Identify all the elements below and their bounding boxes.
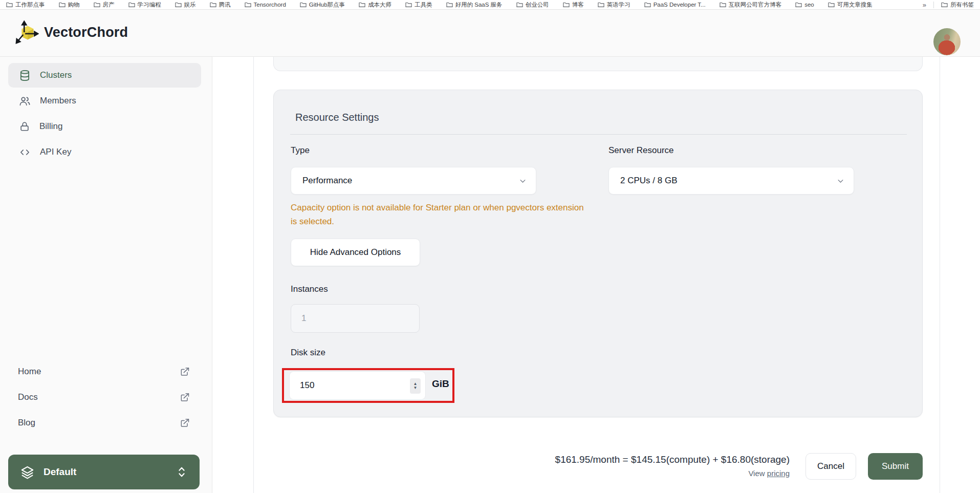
folder-icon bbox=[359, 2, 365, 8]
folder-icon bbox=[405, 2, 412, 8]
server-resource-select-value: 2 CPUs / 8 GB bbox=[620, 176, 677, 186]
bookmark-item[interactable]: 博客 bbox=[563, 1, 584, 9]
number-stepper[interactable]: ▲▼ bbox=[410, 378, 421, 394]
database-icon bbox=[19, 70, 31, 81]
previous-card-partial bbox=[273, 57, 923, 71]
sidebar-item-label: Billing bbox=[39, 121, 62, 132]
bookmark-label: 创业公司 bbox=[526, 1, 549, 9]
bookmark-item[interactable]: 可用文章搜集 bbox=[828, 1, 873, 9]
folder-icon bbox=[941, 2, 948, 8]
resource-settings-card: Resource Settings Type Server Resource P… bbox=[273, 90, 923, 417]
sidebar-item-label: API Key bbox=[40, 147, 71, 157]
bookmark-label: 工作那点事 bbox=[15, 1, 45, 9]
bookmark-item[interactable]: 互联网公司官方博客 bbox=[720, 1, 782, 9]
bookmark-label: 娱乐 bbox=[184, 1, 196, 9]
bookmark-item[interactable]: GitHub那点事 bbox=[300, 1, 345, 9]
bookmark-item[interactable]: 购物 bbox=[59, 1, 80, 9]
folder-icon bbox=[128, 2, 135, 8]
sidebar-item-clusters[interactable]: Clusters bbox=[8, 63, 201, 88]
folder-icon bbox=[828, 2, 835, 8]
project-switcher[interactable]: Default bbox=[8, 455, 200, 489]
bookmark-item[interactable]: 创业公司 bbox=[516, 1, 549, 9]
disk-size-label: Disk size bbox=[291, 348, 325, 358]
users-icon bbox=[19, 95, 31, 107]
app-logo[interactable]: VectorChord bbox=[15, 20, 128, 45]
bookmark-item[interactable]: seo bbox=[795, 1, 814, 9]
bookmark-item[interactable]: 英语学习 bbox=[598, 1, 630, 9]
sidebar-item-label: Members bbox=[40, 96, 76, 106]
bookmark-item[interactable]: 成本大师 bbox=[359, 1, 391, 9]
chevron-down-icon bbox=[519, 177, 527, 185]
disk-size-input[interactable]: 150 ▲▼ bbox=[289, 371, 426, 400]
hide-advanced-options-button[interactable]: Hide Advanced Options bbox=[291, 239, 420, 266]
bookmark-item[interactable]: 工具类 bbox=[405, 1, 432, 9]
sidebar-link-home[interactable]: Home bbox=[0, 359, 212, 384]
app-title: VectorChord bbox=[44, 25, 128, 40]
bookmark-item[interactable]: Tensorchord bbox=[245, 1, 286, 9]
external-link-icon bbox=[180, 392, 190, 402]
bookmarks-bar: 工作那点事 购物 房产 学习编程 娱乐 腾讯 Tensorchord GitHu… bbox=[0, 0, 980, 10]
bookmark-label: 成本大师 bbox=[368, 1, 391, 9]
bookmark-label: 互联网公司官方博客 bbox=[729, 1, 782, 9]
bookmark-label: 工具类 bbox=[415, 1, 432, 9]
bookmark-label: seo bbox=[804, 2, 814, 8]
main-content: Resource Settings Type Server Resource P… bbox=[253, 57, 940, 493]
folder-icon bbox=[720, 2, 726, 8]
bookmark-label: 购物 bbox=[68, 1, 80, 9]
bookmark-label: 好用的 SaaS 服务 bbox=[455, 1, 503, 9]
folder-icon bbox=[94, 2, 100, 8]
all-bookmarks-label: 所有书签 bbox=[950, 1, 974, 9]
user-avatar[interactable] bbox=[933, 28, 961, 55]
bookmark-item[interactable]: 好用的 SaaS 服务 bbox=[446, 1, 503, 9]
disk-size-value: 150 bbox=[300, 380, 314, 391]
folder-icon bbox=[59, 2, 66, 8]
server-resource-select[interactable]: 2 CPUs / 8 GB bbox=[608, 167, 854, 195]
bookmark-label: 房产 bbox=[103, 1, 115, 9]
cancel-button[interactable]: Cancel bbox=[805, 453, 856, 480]
bookmark-item[interactable]: 娱乐 bbox=[175, 1, 196, 9]
bookmark-item[interactable]: 学习编程 bbox=[128, 1, 161, 9]
folder-icon bbox=[446, 2, 453, 8]
bookmarks-overflow-chevron-icon[interactable]: » bbox=[923, 1, 926, 9]
external-link-icon bbox=[180, 367, 190, 377]
bookmark-item[interactable]: 房产 bbox=[94, 1, 115, 9]
sidebar-link-blog[interactable]: Blog bbox=[0, 410, 212, 436]
all-bookmarks-button[interactable]: 所有书签 bbox=[941, 1, 974, 9]
sidebar-item-label: Clusters bbox=[40, 70, 72, 80]
submit-button[interactable]: Submit bbox=[868, 453, 923, 480]
view-pricing-prefix: View bbox=[748, 469, 767, 478]
type-select-value: Performance bbox=[302, 176, 352, 186]
sidebar-item-api-key[interactable]: API Key bbox=[8, 140, 201, 164]
pricing-link[interactable]: pricing bbox=[767, 469, 790, 478]
layers-icon bbox=[20, 465, 34, 479]
sidebar-link-docs[interactable]: Docs bbox=[0, 384, 212, 410]
folder-icon bbox=[516, 2, 523, 8]
sidebar-link-label: Blog bbox=[18, 418, 35, 428]
bookmark-item[interactable]: PaaS Developer T... bbox=[644, 1, 706, 9]
stepper-down-icon[interactable]: ▼ bbox=[413, 386, 418, 390]
card-divider bbox=[290, 134, 907, 135]
sidebar: Clusters Members Billing API Key Home Do… bbox=[0, 57, 212, 493]
bookmark-label: PaaS Developer T... bbox=[654, 2, 706, 8]
sidebar-external-links: Home Docs Blog bbox=[0, 359, 212, 436]
folder-icon bbox=[175, 2, 182, 8]
bookmark-label: 可用文章搜集 bbox=[837, 1, 873, 9]
price-summary-text: $161.95/month = $145.15(compute) + $16.8… bbox=[254, 454, 790, 465]
project-switcher-label: Default bbox=[43, 466, 76, 478]
sidebar-item-members[interactable]: Members bbox=[8, 89, 201, 113]
bookmark-label: GitHub那点事 bbox=[309, 1, 345, 9]
card-title: Resource Settings bbox=[295, 112, 379, 123]
bookmark-label: 博客 bbox=[572, 1, 584, 9]
app-header: VectorChord bbox=[0, 10, 980, 57]
sidebar-nav: Clusters Members Billing API Key bbox=[8, 63, 201, 164]
sidebar-link-label: Home bbox=[18, 367, 41, 377]
bookmark-item[interactable]: 工作那点事 bbox=[6, 1, 45, 9]
type-select[interactable]: Performance bbox=[291, 167, 536, 195]
bookmarks-right-group: » 所有书签 bbox=[923, 1, 974, 9]
bookmark-item[interactable]: 腾讯 bbox=[210, 1, 231, 9]
instances-value: 1 bbox=[301, 313, 306, 324]
disk-size-unit: GiB bbox=[432, 378, 449, 390]
sidebar-item-billing[interactable]: Billing bbox=[8, 114, 201, 139]
folder-icon bbox=[795, 2, 802, 8]
folder-icon bbox=[245, 2, 251, 8]
